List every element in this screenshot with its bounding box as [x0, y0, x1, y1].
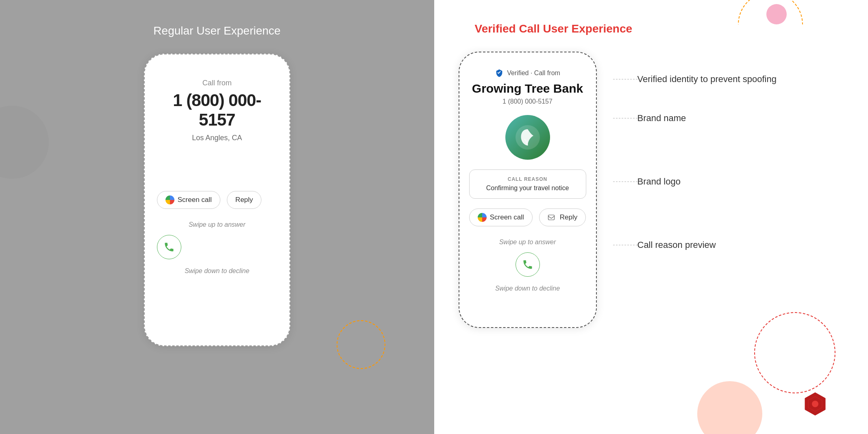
- svg-point-8: [812, 401, 818, 407]
- verified-action-buttons: Screen call Reply: [469, 208, 586, 226]
- hexagon-logo: [803, 392, 827, 416]
- verified-call-from-text: Verified · Call from: [507, 69, 560, 77]
- handset-icon-regular: [163, 241, 175, 253]
- screen-call-button-verified[interactable]: Screen call: [469, 208, 533, 226]
- deco-arc-left: [337, 320, 385, 369]
- reply-label-regular: Reply: [235, 196, 253, 204]
- regular-phone-content: Call from 1 (800) 000-5157 Los Angles, C…: [157, 79, 277, 275]
- verified-content: Verified · Call from Growing Tree Bank 1…: [434, 52, 868, 328]
- dashed-line-4: [613, 245, 637, 245]
- dashed-line-3: [613, 181, 637, 182]
- left-panel: Regular User Experience Call from 1 (800…: [0, 0, 434, 434]
- right-panel: Verified Call User Experience Verified ·…: [434, 0, 868, 434]
- reply-button-regular[interactable]: Reply: [227, 191, 261, 209]
- phone-number-verified: 1 (800) 000-5157: [503, 98, 553, 105]
- reply-label-verified: Reply: [560, 213, 577, 221]
- screen-call-button-regular[interactable]: Screen call: [157, 191, 220, 209]
- dashed-line-2: [613, 118, 637, 119]
- swipe-down-label-regular: Swipe down to decline: [157, 267, 277, 275]
- call-reason-text: Confirming your travel notice: [479, 184, 576, 192]
- annotation-3: Brand logo: [613, 176, 777, 187]
- brand-logo: [505, 115, 550, 160]
- annotation-4: Call reason preview: [613, 240, 777, 250]
- deco-arc-red: [754, 312, 835, 393]
- annotation-text-3: Brand logo: [637, 176, 681, 187]
- leaf-icon: [516, 125, 540, 150]
- deco-circle-1: [0, 106, 49, 179]
- annotation-text-2: Brand name: [637, 113, 686, 124]
- verified-badge-row: Verified · Call from: [495, 69, 560, 78]
- deco-peach-circle: [697, 381, 762, 434]
- dashed-line-1: [613, 79, 637, 80]
- swipe-down-label-verified: Swipe down to decline: [495, 285, 560, 292]
- verified-phone-wrapper: Verified · Call from Growing Tree Bank 1…: [459, 52, 597, 328]
- annotations-column: Verified identity to prevent spoofing Br…: [613, 52, 777, 328]
- call-reason-label: CALL REASON: [479, 176, 576, 182]
- reply-icon-verified: [548, 214, 555, 221]
- shield-icon: [495, 69, 504, 78]
- annotation-1: Verified identity to prevent spoofing: [613, 74, 777, 85]
- regular-phone-mockup: Call from 1 (800) 000-5157 Los Angles, C…: [144, 54, 290, 346]
- verified-phone-mockup: Verified · Call from Growing Tree Bank 1…: [459, 52, 597, 328]
- google-assistant-icon-regular: [165, 195, 174, 204]
- phone-number-regular: 1 (800) 000-5157: [157, 91, 277, 130]
- location-label: Los Angles, CA: [157, 134, 277, 142]
- call-from-label: Call from: [157, 79, 277, 87]
- annotation-text-1: Verified identity to prevent spoofing: [637, 74, 777, 85]
- google-assistant-icon-verified: [478, 213, 487, 222]
- handset-icon-verified: [522, 259, 533, 270]
- call-reason-box: CALL REASON Confirming your travel notic…: [469, 169, 586, 199]
- deco-hexagon-wrapper: [803, 392, 827, 418]
- brand-name: Growing Tree Bank: [472, 82, 583, 95]
- screen-call-label-verified: Screen call: [490, 213, 524, 221]
- swipe-up-label-verified: Swipe up to answer: [499, 239, 556, 246]
- swipe-up-label-regular: Swipe up to answer: [157, 221, 277, 228]
- regular-action-buttons: Screen call Reply: [157, 191, 277, 209]
- annotation-2: Brand name: [613, 113, 777, 124]
- phone-icon-circle-regular: [157, 235, 181, 259]
- deco-pink-circle: [766, 4, 787, 24]
- phone-icon-circle-verified: [516, 252, 540, 277]
- svg-rect-1: [548, 215, 554, 220]
- annotation-text-4: Call reason preview: [637, 240, 716, 250]
- reply-button-verified[interactable]: Reply: [539, 208, 586, 226]
- right-panel-title: Verified Call User Experience: [475, 22, 633, 35]
- screen-call-label-regular: Screen call: [178, 196, 212, 204]
- left-panel-title: Regular User Experience: [153, 24, 281, 37]
